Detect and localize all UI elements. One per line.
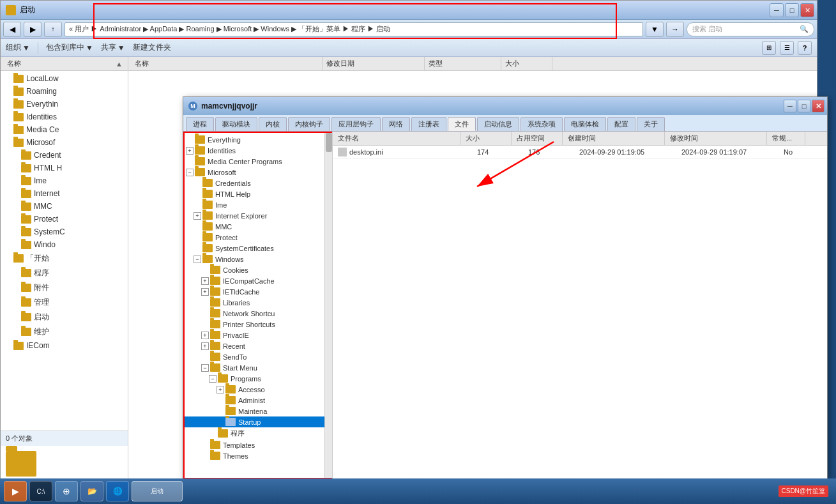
tree-expand-btn[interactable]: − [194,256,201,263]
dialog-tab-0[interactable]: 进程 [186,117,214,131]
sidebar-item[interactable]: LocalLow [1,72,128,85]
sidebar-item[interactable]: HTML H [1,162,128,174]
tree-item[interactable]: Templates [183,439,332,450]
dialog-tab-9[interactable]: 系统杂项 [521,117,563,131]
forward-button[interactable]: ▶ [24,22,42,37]
dialog-tab-8[interactable]: 启动信息 [477,117,519,131]
sidebar-item[interactable]: Internet [1,187,128,200]
dialog-tab-3[interactable]: 内核钩子 [288,117,330,131]
taskbar-media-btn[interactable]: ▶ [4,481,27,501]
tree-item[interactable]: HTML Help [183,188,332,199]
taskbar-terminal-btn[interactable]: C:\ [29,481,52,501]
sidebar-item[interactable]: Microsof [1,136,128,149]
tree-item[interactable]: −Windows [183,254,332,264]
dialog-tab-4[interactable]: 应用层钩子 [331,117,381,131]
tree-item[interactable]: Themes [183,450,332,461]
file-col-header[interactable]: 占用空间 [512,132,563,145]
dialog-maximize[interactable]: □ [798,100,810,112]
tree-item[interactable]: +Accesso [183,384,332,395]
sidebar-item[interactable]: 管理 [1,295,128,310]
dialog-tab-6[interactable]: 注册表 [411,117,446,131]
tree-item[interactable]: Startup [183,416,332,427]
taskbar-folder-active[interactable]: 启动 [132,481,183,501]
file-col-header[interactable]: 文件名 [333,132,460,145]
sidebar-item[interactable]: 维护 [1,325,128,339]
tree-expand-btn[interactable]: + [201,277,209,285]
tree-item[interactable]: Printer Shortcuts [183,319,332,330]
tree-item[interactable]: +Recent [183,340,332,351]
refresh-button[interactable]: → [666,22,684,37]
tree-expand-btn[interactable]: + [217,386,224,393]
close-button[interactable]: ✕ [800,3,814,17]
sidebar-item[interactable]: 启动 [1,310,128,325]
new-folder-button[interactable]: 新建文件夹 [133,42,171,53]
tree-item[interactable]: Cookies [183,264,332,275]
tree-item[interactable]: −Microsoft [183,167,332,178]
sidebar-item[interactable]: Windo [1,238,128,251]
tree-item[interactable]: Media Center Programs [183,156,332,167]
tree-expand-btn[interactable]: + [186,147,194,155]
sidebar-item[interactable]: 附件 [1,280,128,295]
scrollbar-thumb[interactable] [326,133,332,152]
tree-expand-btn[interactable]: + [201,332,209,339]
view-toggle-1[interactable]: ⊞ [762,41,776,55]
tree-expand-btn[interactable]: − [201,364,209,372]
dialog-tab-1[interactable]: 驱动模块 [215,117,257,131]
sidebar-item[interactable]: 「开始 [1,251,128,266]
minimize-button[interactable]: ─ [770,3,784,17]
address-field[interactable]: « 用户 ▶ Administrator ▶ AppData ▶ Roaming… [65,22,643,36]
maximize-button[interactable]: □ [785,3,799,17]
dialog-tab-2[interactable]: 内核 [259,117,287,131]
sidebar-item[interactable]: IECom [1,339,128,352]
tree-item[interactable]: Credentials [183,178,332,188]
help-button[interactable]: ? [798,41,812,55]
share-button[interactable]: 共享 ▼ [101,42,125,53]
sidebar-item[interactable]: Identities [1,111,128,123]
dialog-tab-12[interactable]: 关于 [637,117,665,131]
sidebar-item[interactable]: Protect [1,213,128,225]
dialog-close[interactable]: ✕ [812,100,825,112]
sidebar-item[interactable]: Roaming [1,85,128,98]
dialog-minimize[interactable]: ─ [784,100,796,112]
dialog-tab-11[interactable]: 配置 [607,117,635,131]
taskbar-start-btn[interactable]: ⊕ [55,481,78,501]
tree-item[interactable]: −Start Menu [183,362,332,373]
tree-item[interactable]: Ime [183,199,332,210]
tree-item[interactable]: +IETldCache [183,286,332,297]
tree-item[interactable]: −Programs [183,373,332,384]
dialog-tab-10[interactable]: 电脑体检 [564,117,606,131]
file-col-header[interactable]: 修改时间 [665,132,767,145]
sidebar-item[interactable]: Credent [1,149,128,162]
tree-item[interactable]: Network Shortcu [183,308,332,319]
tree-expand-btn[interactable]: − [209,375,217,383]
organize-button[interactable]: 组织 ▼ [6,42,30,53]
dialog-tab-5[interactable]: 网络 [382,117,410,131]
address-dropdown[interactable]: ▼ [646,22,664,37]
tree-item[interactable]: +Internet Explorer [183,210,332,221]
file-col-header[interactable]: 创建时间 [563,132,665,145]
sidebar-item[interactable]: Everythin [1,98,128,111]
tree-item[interactable]: 程序 [183,427,332,439]
tree-item[interactable]: Maintena [183,406,332,416]
tree-scroll[interactable]: Everything+IdentitiesMedia Center Progra… [183,132,332,479]
taskbar-explorer-btn[interactable]: 📂 [80,481,103,501]
taskbar-browser-btn[interactable]: 🌐 [106,481,129,501]
table-row[interactable]: desktop.ini1741762024-09-29 01:19:052024… [333,146,827,159]
file-col-header[interactable]: 常规... [767,132,805,145]
tree-item[interactable]: Everything [183,134,332,145]
tree-item[interactable]: Protect [183,232,332,243]
tree-item[interactable]: +IECompatCache [183,275,332,286]
view-toggle-2[interactable]: ☰ [780,41,794,55]
file-col-header[interactable]: 大小 [460,132,512,145]
tree-expand-btn[interactable]: + [201,342,209,350]
up-button[interactable]: ↑ [44,22,62,37]
sidebar-item[interactable]: Media Ce [1,123,128,136]
tree-expand-btn[interactable]: − [186,169,194,176]
tree-item[interactable]: MMC [183,221,332,232]
tree-item[interactable]: +PrivacIE [183,330,332,340]
tree-expand-btn[interactable]: + [194,212,201,220]
tree-item[interactable]: Libraries [183,297,332,308]
dialog-tab-7[interactable]: 文件 [448,117,476,131]
tree-item[interactable]: SendTo [183,351,332,362]
include-button[interactable]: 包含到库中 ▼ [46,42,93,53]
